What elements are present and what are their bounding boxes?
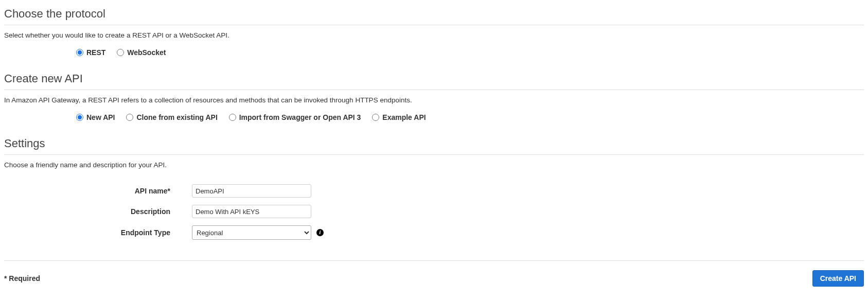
create-api-desc: In Amazon API Gateway, a REST API refers…: [4, 96, 864, 104]
radio-import-label: Import from Swagger or Open API 3: [239, 113, 361, 121]
radio-new-api[interactable]: New API: [76, 113, 115, 121]
create-api-radio-group: New API Clone from existing API Import f…: [4, 113, 864, 122]
api-name-input[interactable]: [192, 184, 311, 198]
radio-websocket-label: WebSocket: [127, 48, 166, 57]
form-row-endpoint-type: Endpoint Type Regional i: [4, 225, 864, 240]
radio-websocket[interactable]: WebSocket: [117, 48, 166, 57]
radio-new-api-label: New API: [86, 113, 115, 121]
create-api-heading: Create new API: [4, 69, 864, 90]
radio-rest[interactable]: REST: [76, 48, 105, 57]
settings-desc: Choose a friendly name and description f…: [4, 161, 864, 169]
radio-clone[interactable]: Clone from existing API: [126, 113, 217, 121]
form-row-api-name: API name*: [4, 184, 864, 198]
radio-example-input[interactable]: [372, 114, 379, 121]
radio-import-input[interactable]: [229, 114, 236, 121]
protocol-desc: Select whether you would like to create …: [4, 31, 864, 39]
radio-clone-input[interactable]: [126, 114, 133, 121]
required-note: * Required: [4, 274, 40, 283]
protocol-radio-group: REST WebSocket: [4, 48, 864, 58]
radio-example[interactable]: Example API: [372, 113, 426, 121]
description-input[interactable]: [192, 205, 311, 218]
endpoint-type-label: Endpoint Type: [4, 228, 192, 237]
radio-new-api-input[interactable]: [76, 114, 83, 121]
protocol-heading: Choose the protocol: [4, 4, 864, 25]
form-row-description: Description: [4, 205, 864, 218]
radio-example-label: Example API: [382, 113, 426, 121]
radio-rest-label: REST: [86, 48, 105, 57]
radio-websocket-input[interactable]: [117, 49, 124, 56]
footer-bar: * Required Create API: [4, 260, 864, 287]
radio-clone-label: Clone from existing API: [136, 113, 217, 121]
description-label: Description: [4, 207, 192, 216]
info-icon[interactable]: i: [316, 229, 324, 236]
radio-rest-input[interactable]: [76, 49, 83, 56]
create-api-button[interactable]: Create API: [812, 270, 864, 287]
endpoint-type-select[interactable]: Regional: [192, 225, 311, 240]
api-name-label: API name*: [4, 187, 192, 195]
radio-import[interactable]: Import from Swagger or Open API 3: [229, 113, 361, 121]
settings-heading: Settings: [4, 134, 864, 155]
